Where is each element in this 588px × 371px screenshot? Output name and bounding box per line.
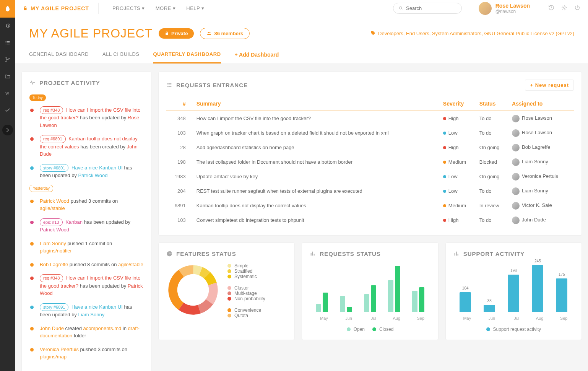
- requests-card: REQUESTS ENTRANCE + New request # Summar…: [158, 72, 582, 236]
- activity-item[interactable]: req #348 How can I import the CSV file i…: [32, 271, 143, 300]
- avatar: [479, 2, 492, 15]
- chevron-down-icon: ▾: [142, 5, 145, 11]
- pie-icon: [166, 251, 172, 257]
- legend-item: Systematic: [227, 274, 265, 279]
- support-bar-chart: 104May38Jun196Jul245Aug175Sep: [453, 263, 574, 324]
- lock-icon: [165, 31, 169, 36]
- activity-item[interactable]: Liam Sonny pushed 1 commit on plugins/no…: [32, 237, 143, 258]
- legend-item: Multi-stage: [227, 291, 265, 296]
- svg-text:W: W: [5, 91, 10, 96]
- table-row[interactable]: 6891Kanban tooltip does not display the …: [166, 199, 574, 213]
- list-icon[interactable]: [0, 34, 15, 51]
- bar-chart-icon: [310, 251, 316, 257]
- support-activity-card: SUPPORT ACTIVITY 104May38Jun196Jul245Aug…: [445, 242, 582, 340]
- members-badge[interactable]: 86 members: [200, 28, 250, 39]
- table-row[interactable]: 348How can I import the CSV file into th…: [166, 111, 574, 126]
- search-box[interactable]: [393, 3, 462, 14]
- heartbeat-icon: [29, 80, 36, 86]
- user-name: Rose Lawson: [495, 3, 530, 9]
- history-icon[interactable]: [548, 5, 554, 12]
- activity-item[interactable]: Patrick Wood pushed 3 commits on agile/s…: [32, 194, 143, 215]
- search-icon: [399, 6, 403, 11]
- svg-point-6: [208, 32, 209, 33]
- activity-item[interactable]: story #6891 Have a nice Kanban UI has be…: [32, 161, 143, 182]
- activity-item[interactable]: req #6891 Kanban tooltip does not displa…: [32, 132, 143, 161]
- branch-icon[interactable]: [0, 51, 15, 68]
- wiki-icon[interactable]: W: [0, 85, 15, 102]
- gear-icon[interactable]: [561, 5, 567, 12]
- nav-projects[interactable]: PROJECTS ▾: [112, 5, 145, 11]
- col-status[interactable]: Status: [476, 97, 509, 111]
- chevron-down-icon: ▾: [201, 5, 205, 11]
- tag-icon: [370, 31, 376, 36]
- table-row[interactable]: 1983Update artifact value by keyLowOn go…: [166, 169, 574, 184]
- requests-title: REQUESTS ENTRANCE + New request: [166, 80, 574, 91]
- svg-point-0: [6, 57, 7, 59]
- tab-quarterly-dashboard[interactable]: QUARTERLY DASHBOARD: [153, 51, 221, 63]
- user-handle: @rlawson: [495, 9, 530, 14]
- topbar: MY AGILE PROJECT PROJECTS ▾ MORE ▾ HELP …: [15, 0, 588, 17]
- folder-icon[interactable]: [0, 68, 15, 85]
- left-rail: W: [0, 0, 15, 371]
- tab-ci-builds[interactable]: ALL CI BUILDS: [102, 51, 139, 63]
- legend-item: Cluster: [227, 285, 265, 291]
- user-menu[interactable]: Rose Lawson @rlawson: [479, 2, 530, 15]
- requests-status-card: REQUESTS STATUS MayJunJulAugSep Open Clo…: [302, 242, 438, 340]
- topbar-project-name[interactable]: MY AGILE PROJECT: [23, 5, 89, 11]
- activity-item[interactable]: epic #13 Kanban has been updated by Patr…: [32, 215, 143, 237]
- svg-point-5: [564, 7, 565, 8]
- project-activity-card: PROJECT ACTIVITY Today req #348 How can …: [21, 72, 151, 371]
- project-header: MY AGILE PROJECT Private 86 members Deve…: [15, 17, 588, 64]
- users-icon: [206, 31, 212, 36]
- add-dashboard-button[interactable]: + Add Dashboard: [235, 52, 279, 63]
- activity-item[interactable]: John Dude created acomponents.md in draf…: [32, 322, 143, 343]
- legend-item: Qutota: [227, 313, 265, 318]
- table-row[interactable]: 103When graph on tracker chart is based …: [166, 126, 574, 140]
- power-icon[interactable]: [574, 5, 580, 12]
- svg-point-7: [210, 32, 211, 33]
- activity-item[interactable]: Veronica Peertuis pushed 3 commits on pl…: [32, 343, 143, 364]
- private-badge[interactable]: Private: [159, 28, 194, 39]
- bar-chart-icon: [453, 251, 460, 257]
- table-row[interactable]: 198The last collapsed folder in Document…: [166, 155, 574, 169]
- col-num[interactable]: #: [166, 97, 193, 111]
- requests-table: # Summary Severity Status Assigned to 34…: [166, 97, 574, 228]
- col-severity[interactable]: Severity: [440, 97, 476, 111]
- col-summary[interactable]: Summary: [193, 97, 440, 111]
- project-activity-title: PROJECT ACTIVITY: [29, 80, 143, 86]
- requests-bar-chart: MayJunJulAugSep: [310, 263, 430, 324]
- table-row[interactable]: 103Convert simpletest db integration tes…: [166, 213, 574, 228]
- svg-point-4: [399, 7, 402, 10]
- table-row[interactable]: 204REST test suite runner segfault when …: [166, 184, 574, 199]
- chevron-down-icon: ▾: [173, 5, 176, 11]
- table-row[interactable]: 28Add agiledashboard statistics on home …: [166, 140, 574, 155]
- nav-more[interactable]: MORE ▾: [156, 5, 176, 11]
- yesterday-label: Yesterday: [29, 185, 53, 192]
- project-title: MY AGILE PROJECT: [29, 26, 153, 41]
- new-request-button[interactable]: + New request: [525, 80, 574, 91]
- lock-icon: [23, 6, 28, 11]
- activity-item[interactable]: req #348 How can I import the CSV file i…: [32, 103, 143, 132]
- legend-item: Simple: [227, 263, 265, 268]
- tab-general-dashboard[interactable]: GENERAL DASHBOARD: [29, 51, 89, 63]
- list-icon: [166, 82, 172, 88]
- svg-point-1: [6, 61, 7, 62]
- donut-chart: [166, 263, 220, 317]
- search-input[interactable]: [406, 5, 456, 11]
- activity-item[interactable]: Bob Lagreffe pushed 8 commits on agile/s…: [32, 258, 143, 272]
- nav-help[interactable]: HELP ▾: [186, 5, 204, 11]
- expand-icon[interactable]: [2, 125, 13, 135]
- legend-item: Convenience: [227, 308, 265, 313]
- legend-item: Stratified: [227, 268, 265, 274]
- check-icon[interactable]: [0, 102, 15, 119]
- gears-icon[interactable]: [0, 18, 15, 34]
- legend-item: Non-probability: [227, 296, 265, 301]
- logo[interactable]: [0, 0, 15, 18]
- svg-point-15: [173, 270, 213, 310]
- project-tags[interactable]: Developers, End Users, System Administra…: [370, 31, 574, 36]
- today-label: Today: [29, 94, 46, 101]
- col-assigned[interactable]: Assigned to: [509, 97, 574, 111]
- tabs: GENERAL DASHBOARD ALL CI BUILDS QUARTERL…: [29, 51, 574, 63]
- features-status-card: FEATURES STATUS SimpleStratifiedSystemat…: [158, 242, 295, 340]
- activity-item[interactable]: story #6891 Have a nice Kanban UI has be…: [32, 300, 143, 322]
